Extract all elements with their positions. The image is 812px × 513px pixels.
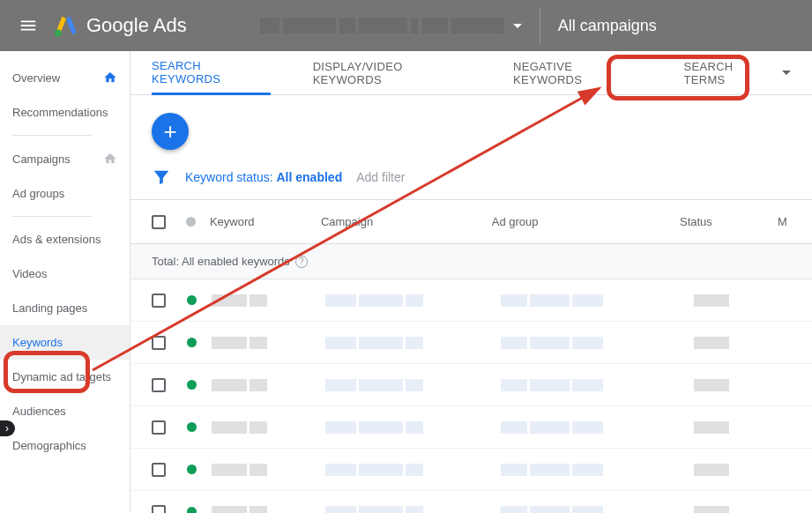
redacted-keyword	[212, 337, 325, 349]
sidebar-item-label: Keywords	[12, 336, 63, 349]
sidebar-item-recommendations[interactable]: Recommendations	[0, 95, 130, 130]
filter-keyword-status[interactable]: Keyword status: All enabled	[185, 170, 342, 184]
redacted-campaign	[325, 421, 501, 434]
status-dot-header	[186, 217, 196, 227]
redacted-status	[694, 337, 791, 349]
redacted-ad-group	[501, 379, 694, 391]
redacted-ad-group	[501, 464, 694, 476]
account-selector[interactable]	[205, 18, 522, 33]
tab-label: SEARCH TERMS	[684, 60, 775, 86]
col-header-ad-group[interactable]: Ad group	[492, 215, 680, 228]
col-header-m[interactable]: M	[774, 215, 791, 228]
home-icon	[103, 152, 117, 166]
row-checkbox[interactable]	[152, 336, 166, 350]
logo-text: Google Ads	[86, 14, 187, 37]
sidebar-item-label: Ads & extensions	[12, 233, 101, 246]
sidebar-item-label: Dynamic ad targets	[12, 370, 111, 383]
divider	[12, 216, 92, 217]
table-row	[130, 364, 812, 406]
col-header-campaign[interactable]: Campaign	[321, 215, 492, 228]
status-dot-icon	[187, 338, 197, 347]
help-icon[interactable]: ?	[295, 256, 308, 268]
sidebar-item-videos[interactable]: Videos	[0, 256, 130, 291]
add-filter-button[interactable]: Add filter	[356, 170, 405, 184]
redacted-status	[694, 421, 791, 434]
redacted-status	[694, 294, 791, 307]
sidebar-item-demographics[interactable]: Demographics	[0, 428, 130, 463]
table-total-row: Total: All enabled keywords ?	[130, 244, 812, 279]
menu-toggle[interactable]	[11, 8, 46, 43]
redacted-keyword	[212, 464, 325, 476]
sidebar-item-audiences[interactable]: Audiences	[0, 394, 130, 428]
table-header: Keyword Campaign Ad group Status M	[130, 200, 812, 244]
sidebar-item-label: Audiences	[12, 405, 66, 418]
redacted-campaign	[325, 379, 501, 391]
select-all-checkbox[interactable]	[152, 215, 166, 229]
sidebar-item-label: Landing pages	[12, 301, 87, 315]
redacted-status	[694, 464, 791, 476]
chevron-down-icon	[782, 71, 791, 75]
row-checkbox[interactable]	[152, 294, 166, 308]
tab-display-video-keywords[interactable]: DISPLAY/VIDEO KEYWORDS	[313, 51, 471, 94]
tab-search-keywords[interactable]: SEARCH KEYWORDS	[152, 52, 271, 95]
sidebar-item-label: Videos	[12, 267, 48, 280]
redacted-campaign	[325, 337, 501, 349]
sidebar-item-landing-pages[interactable]: Landing pages	[0, 291, 130, 325]
sidebar-item-label: Ad groups	[12, 187, 64, 200]
table-row	[130, 449, 812, 491]
sidebar-item-keywords[interactable]: Keywords	[0, 325, 130, 360]
sidebar-item-label: Overview	[12, 71, 60, 85]
row-checkbox[interactable]	[152, 505, 166, 514]
sidebar-item-ads-extensions[interactable]: Ads & extensions	[0, 222, 130, 256]
redacted-keyword	[212, 294, 325, 307]
sidebar-item-label: Recommendations	[12, 106, 108, 119]
table-row	[130, 279, 812, 322]
chevron-down-icon	[513, 24, 522, 28]
divider	[540, 8, 540, 43]
status-dot-icon	[187, 295, 197, 305]
scope-all-campaigns[interactable]: All campaigns	[558, 17, 657, 35]
divider	[12, 135, 92, 136]
home-icon	[103, 71, 117, 85]
redacted-status	[694, 506, 791, 514]
redacted-keyword	[212, 421, 325, 434]
redacted-ad-group	[501, 421, 694, 434]
sidebar-item-dynamic-ad-targets[interactable]: Dynamic ad targets	[0, 360, 130, 394]
redacted-status	[694, 379, 791, 391]
redacted-ad-group	[501, 506, 694, 514]
sidebar-item-campaigns[interactable]: Campaigns	[0, 141, 130, 176]
redacted-campaign	[325, 464, 501, 476]
add-keyword-button[interactable]: +	[152, 113, 189, 150]
redacted-keyword	[212, 506, 325, 514]
table-row	[130, 491, 812, 513]
redacted-ad-group	[501, 337, 694, 349]
status-dot-icon	[187, 507, 197, 513]
redacted-campaign	[325, 506, 501, 514]
total-label: Total: All enabled keywords	[152, 255, 290, 268]
filter-icon[interactable]	[152, 167, 171, 187]
sidebar-item-ad-groups[interactable]: Ad groups	[0, 176, 130, 211]
plus-icon: +	[163, 118, 176, 145]
google-ads-logo: Google Ads	[55, 14, 187, 37]
col-header-keyword[interactable]: Keyword	[210, 215, 321, 228]
table-row	[130, 322, 812, 364]
tab-search-terms[interactable]: SEARCH TERMS	[684, 51, 791, 94]
redacted-keyword	[212, 379, 325, 391]
row-checkbox[interactable]	[152, 378, 166, 392]
status-dot-icon	[187, 465, 197, 474]
sidebar-item-label: Campaigns	[12, 152, 71, 166]
ads-triangle-icon	[55, 14, 78, 37]
tab-negative-keywords[interactable]: NEGATIVE KEYWORDS	[513, 51, 642, 94]
svg-point-0	[55, 30, 62, 37]
row-checkbox[interactable]	[152, 420, 166, 435]
account-name-redacted	[260, 18, 504, 33]
sidebar-item-overview[interactable]: Overview	[0, 60, 130, 95]
hamburger-icon	[19, 16, 38, 35]
redacted-campaign	[325, 294, 501, 307]
tabs: SEARCH KEYWORDS DISPLAY/VIDEO KEYWORDS N…	[130, 51, 812, 95]
row-checkbox[interactable]	[152, 463, 166, 477]
col-header-status[interactable]: Status	[680, 215, 774, 228]
table-row	[130, 406, 812, 449]
status-dot-icon	[187, 422, 197, 432]
redacted-ad-group	[501, 294, 694, 307]
